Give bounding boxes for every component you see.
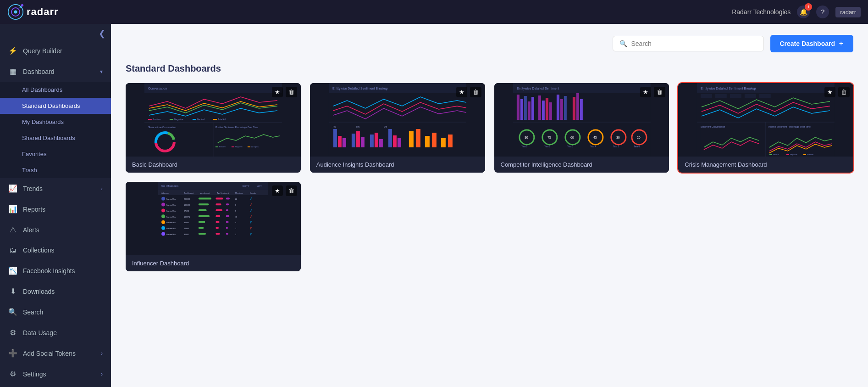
sidebar-item-settings[interactable]: ⚙ Settings › (0, 364, 111, 384)
sidebar: ❮ ⚡ Query Builder ▦ Dashboard ▾ All Dash… (0, 24, 111, 387)
svg-text:90: 90 (524, 136, 528, 139)
svg-point-171 (161, 232, 165, 236)
svg-text:Entitywise Detailed Sentiment: Entitywise Detailed Sentiment (516, 87, 559, 90)
notification-button[interactable]: 🔔 1 (797, 6, 810, 18)
svg-rect-158 (199, 221, 205, 223)
sidebar-item-shared-dashboards[interactable]: Shared Dashboards (0, 130, 111, 146)
search-icon: 🔍 (619, 40, 627, 47)
star-button-influencer[interactable]: ★ (272, 185, 283, 196)
sidebar-item-trends[interactable]: 📈 Trends › (0, 178, 111, 199)
svg-text:Daily ▾: Daily ▾ (243, 185, 249, 187)
star-button-audience[interactable]: ★ (456, 87, 467, 97)
delete-button-audience[interactable]: 🗑 (470, 87, 481, 97)
svg-rect-10 (170, 119, 173, 120)
svg-text:60: 60 (570, 136, 574, 139)
reports-icon: 📊 (8, 205, 17, 213)
dashboard-card-audience[interactable]: Entitywise Detailed Sentiment Breakup 7%… (310, 83, 485, 173)
svg-rect-150 (199, 215, 210, 217)
svg-text:Influencer: Influencer (161, 192, 169, 194)
sidebar-collapse[interactable]: ❮ (0, 24, 111, 40)
logo: radarr (7, 4, 59, 20)
sidebar-item-facebook-insights[interactable]: 📉 Facebook Insights (0, 260, 111, 281)
sidebar-label-alerts: Alerts (23, 226, 103, 234)
dashboard-card-basic[interactable]: Conversation Positive Negative Neutral (126, 83, 301, 173)
svg-rect-126 (199, 197, 211, 199)
svg-rect-103 (701, 129, 760, 154)
chevron-right-icon-settings: › (101, 371, 103, 377)
svg-text:Positive: Positive (153, 118, 161, 121)
svg-text:Test 3: Test 3 (567, 145, 573, 148)
svg-text:⚥: ⚥ (250, 215, 252, 218)
svg-rect-65 (545, 98, 548, 120)
layout: ❮ ⚡ Query Builder ▦ Dashboard ▾ All Dash… (0, 24, 868, 387)
delete-button-crisis[interactable]: 🗑 (838, 87, 850, 97)
user-avatar[interactable]: radarr (835, 7, 861, 17)
sidebar-item-my-dashboards[interactable]: My Dashboards (0, 114, 111, 130)
card-thumbnail-crisis: Entitywise Detailed Sentiment Breakup (678, 83, 853, 157)
star-button-basic[interactable]: ★ (272, 87, 283, 97)
sidebar-item-standard-dashboards[interactable]: Standard Dashboards (0, 98, 111, 114)
svg-rect-70 (572, 97, 575, 120)
svg-text:Top Influencers: Top Influencers (161, 185, 178, 187)
chevron-down-icon: ▾ (100, 68, 103, 75)
plus-icon: ＋ (838, 39, 844, 48)
svg-text:Positive Sentiment Percentage : Positive Sentiment Percentage Over Time (216, 126, 258, 129)
svg-text:15: 15 (235, 216, 238, 218)
svg-text:Test 4: Test 4 (590, 145, 596, 148)
delete-button-competitor[interactable]: 🗑 (654, 87, 665, 97)
svg-rect-166 (199, 227, 204, 229)
star-button-competitor[interactable]: ★ (640, 87, 651, 97)
dashboard-card-competitor[interactable]: Entitywise Detailed Sentiment (494, 83, 669, 173)
downloads-icon: ⬇ (8, 287, 17, 296)
sidebar-item-search[interactable]: 🔍 Search (0, 302, 111, 322)
svg-point-123 (161, 197, 165, 201)
svg-text:20: 20 (636, 136, 640, 139)
svg-rect-39 (343, 138, 346, 147)
card-label-audience: Audience Insights Dashboard (310, 157, 485, 173)
dashboard-card-influencer[interactable]: Top Influencers Daily ▾ All ▾ Influencer… (126, 182, 301, 271)
sidebar-item-add-social-tokens[interactable]: ➕ Add Social Tokens › (0, 343, 111, 364)
card-label-influencer: Influencer Dashboard (126, 255, 301, 271)
svg-text:8%: 8% (356, 125, 360, 128)
svg-rect-53 (441, 138, 446, 147)
svg-rect-95 (701, 94, 712, 98)
sidebar-item-downloads[interactable]: ⬇ Downloads (0, 281, 111, 302)
star-button-crisis[interactable]: ★ (824, 87, 835, 97)
svg-rect-43 (370, 135, 374, 147)
notification-badge: 1 (805, 3, 812, 11)
all-dashboards-label: All Dashboards (22, 86, 62, 93)
collapse-icon[interactable]: ❮ (99, 28, 105, 39)
card-thumbnail-audience: Entitywise Detailed Sentiment Breakup 7%… (310, 83, 485, 157)
help-icon[interactable]: ? (816, 6, 829, 18)
svg-rect-134 (199, 203, 209, 205)
sidebar-item-query-builder[interactable]: ⚡ Query Builder (0, 40, 111, 61)
svg-rect-49 (409, 131, 414, 147)
svg-text:Neutral: Neutral (773, 153, 779, 156)
sidebar-item-collections[interactable]: 🗂 Collections (0, 240, 111, 260)
dashboard-card-crisis[interactable]: Entitywise Detailed Sentiment Breakup (678, 83, 853, 173)
svg-rect-66 (549, 102, 552, 120)
card-label-competitor: Competitor Intelligence Dashboard (494, 157, 669, 173)
svg-text:22: 22 (235, 198, 238, 200)
sidebar-item-trash[interactable]: Trash (0, 162, 111, 178)
svg-text:⚥: ⚥ (250, 209, 252, 212)
svg-text:Test 2: Test 2 (544, 145, 550, 148)
sidebar-label-downloads: Downloads (23, 288, 103, 295)
svg-rect-50 (416, 129, 420, 147)
create-dashboard-button[interactable]: Create Dashboard ＋ (770, 35, 853, 52)
svg-point-155 (161, 220, 165, 224)
sidebar-item-favorites[interactable]: Favorites (0, 146, 111, 162)
sidebar-item-alerts[interactable]: ⚠ Alerts (0, 219, 111, 240)
search-box[interactable]: 🔍 (613, 36, 764, 51)
svg-text:⚥: ⚥ (250, 203, 252, 206)
svg-text:Positive Sentiment Percentage : Positive Sentiment Percentage Over Time (768, 125, 811, 128)
svg-rect-54 (448, 135, 453, 147)
sidebar-item-dashboard[interactable]: ▦ Dashboard ▾ (0, 61, 111, 82)
sidebar-item-reports[interactable]: 📊 Reports (0, 199, 111, 219)
delete-button-influencer[interactable]: 🗑 (286, 185, 297, 196)
delete-button-basic[interactable]: 🗑 (286, 87, 297, 97)
sidebar-item-all-dashboards[interactable]: All Dashboards (0, 82, 111, 98)
svg-rect-105 (769, 154, 772, 155)
sidebar-item-data-usage[interactable]: ⚙ Data Usage (0, 322, 111, 343)
search-input[interactable] (631, 40, 757, 47)
